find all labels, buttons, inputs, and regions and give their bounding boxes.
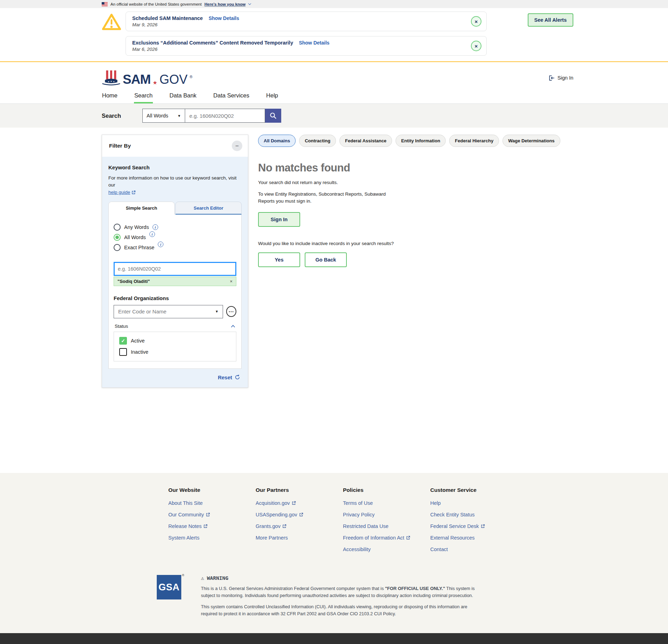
filter-collapse-button[interactable]: − bbox=[232, 141, 242, 151]
chevron-up-icon[interactable] bbox=[231, 325, 235, 328]
info-icon[interactable]: i bbox=[153, 224, 158, 230]
filter-panel: Filter By − Keyword Search For more info… bbox=[102, 135, 248, 388]
domain-pill-wage-determinations[interactable]: Wage Determinations bbox=[502, 135, 560, 147]
alert-close-button[interactable]: × bbox=[471, 16, 481, 27]
footer-link-our-community[interactable]: Our Community bbox=[168, 512, 256, 517]
footer-link-check-entity-status[interactable]: Check Entity Status bbox=[430, 512, 518, 517]
footer-link-label: Contact bbox=[430, 547, 448, 552]
federal-organizations-placeholder: Enter Code or Name bbox=[118, 309, 167, 314]
alert-date: Mar 6, 2026 bbox=[132, 47, 467, 52]
checkbox-unchecked-icon[interactable] bbox=[119, 348, 127, 356]
see-all-alerts-button[interactable]: See All Alerts bbox=[528, 13, 573, 27]
warning-heading-label: WARNING bbox=[207, 575, 228, 581]
domain-pill-federal-assistance[interactable]: Federal Assistance bbox=[339, 135, 392, 147]
footer-link-label: Release Notes bbox=[168, 523, 202, 529]
footer-link-terms-of-use[interactable]: Terms of Use bbox=[343, 500, 430, 506]
status-active-label: Active bbox=[131, 338, 145, 344]
go-back-button[interactable]: Go Back bbox=[305, 252, 347, 267]
warning-p1-text: This is a U.S. General Services Administ… bbox=[201, 586, 385, 591]
footer-link-label: USASpending.gov bbox=[256, 512, 297, 517]
minus-icon: − bbox=[235, 143, 239, 149]
nav-item-home[interactable]: Home bbox=[102, 89, 118, 103]
footer-link-federal-service-desk[interactable]: Federal Service Desk bbox=[430, 523, 518, 529]
alert-title: Scheduled SAM Maintenance bbox=[132, 15, 203, 21]
alert-close-button[interactable]: × bbox=[471, 41, 481, 51]
nav-item-help[interactable]: Help bbox=[266, 89, 278, 103]
warning-section: GSA ® ⚠ WARNING This is a U.S. General S… bbox=[0, 566, 668, 633]
warning-paragraph-1: This is a U.S. General Services Administ… bbox=[201, 585, 478, 599]
caret-down-icon: ▼ bbox=[215, 310, 218, 313]
federal-organizations-dropdown[interactable]: Enter Code or Name ▼ bbox=[114, 305, 223, 318]
status-option-active[interactable]: ✓ Active bbox=[119, 337, 231, 345]
warning-icon: ⚠ bbox=[201, 575, 204, 581]
footer-column-policies: Policies Terms of Use Privacy Policy Res… bbox=[343, 487, 430, 558]
header-sign-in-link[interactable]: Sign In bbox=[548, 75, 573, 81]
no-matches-title: No matches found bbox=[258, 162, 573, 174]
warning-triangle-icon bbox=[102, 13, 121, 31]
alert-show-details-link[interactable]: Show Details bbox=[299, 40, 329, 46]
radio-exact-phrase[interactable] bbox=[114, 244, 121, 251]
search-icon bbox=[269, 112, 277, 120]
footer-link-usaspending-gov[interactable]: USASpending.gov bbox=[256, 512, 343, 517]
footer-link-external-resources[interactable]: External Resources bbox=[430, 535, 518, 541]
sign-in-button[interactable]: Sign In bbox=[258, 212, 300, 227]
domain-pill-all-domains[interactable]: All Domains bbox=[258, 135, 296, 147]
footer-link-grants-gov[interactable]: Grants.gov bbox=[256, 523, 343, 529]
footer-link-privacy-policy[interactable]: Privacy Policy bbox=[343, 512, 430, 517]
footer-link-release-notes[interactable]: Release Notes bbox=[168, 523, 256, 529]
site-header: ★ ★ ★ SAM ★ GOV ® Sign In bbox=[0, 62, 668, 89]
domain-pill-contracting[interactable]: Contracting bbox=[299, 135, 336, 147]
search-submit-button[interactable] bbox=[265, 109, 281, 123]
search-type-dropdown[interactable]: All Words ▼ bbox=[142, 109, 185, 123]
nav-item-search[interactable]: Search bbox=[134, 89, 153, 103]
radio-any-words[interactable] bbox=[114, 224, 121, 231]
how-you-know-link[interactable]: Here’s how you know bbox=[204, 2, 245, 6]
federal-organizations-more-button[interactable]: ⋯ bbox=[226, 306, 236, 317]
alerts-section: Scheduled SAM Maintenance Show Details M… bbox=[0, 8, 668, 62]
domain-pill-federal-hierarchy[interactable]: Federal Hierarchy bbox=[449, 135, 499, 147]
footer-link-about-this-site[interactable]: About This Site bbox=[168, 500, 256, 506]
footer-link-system-alerts[interactable]: System Alerts bbox=[168, 535, 256, 541]
external-link-icon bbox=[299, 513, 303, 517]
info-icon[interactable]: i bbox=[158, 242, 163, 247]
keyword-search-input[interactable] bbox=[114, 262, 236, 276]
footer-link-contact[interactable]: Contact bbox=[430, 547, 518, 552]
reset-icon[interactable] bbox=[235, 374, 240, 380]
tab-search-editor[interactable]: Search Editor bbox=[175, 202, 242, 215]
gsa-logo-text: GSA bbox=[158, 582, 180, 593]
external-link-icon bbox=[282, 524, 286, 528]
footer-link-label: Restricted Data Use bbox=[343, 523, 389, 529]
simple-search-form: Any Words i All Words i Exact Phrase i "… bbox=[108, 215, 242, 369]
nav-item-data-bank[interactable]: Data Bank bbox=[169, 89, 197, 103]
sam-gov-logo[interactable]: ★ ★ ★ SAM ★ GOV ® bbox=[102, 70, 193, 86]
footer-link-more-partners[interactable]: More Partners bbox=[256, 535, 343, 541]
global-search-input[interactable] bbox=[185, 109, 265, 123]
footer-link-label: Federal Service Desk bbox=[430, 523, 479, 529]
status-option-inactive[interactable]: Inactive bbox=[119, 348, 231, 356]
alert-show-details-link[interactable]: Show Details bbox=[209, 15, 239, 21]
footer-link-accessibility[interactable]: Accessibility bbox=[343, 547, 430, 552]
keyword-chip: "Sodiq Oladiti" × bbox=[114, 277, 236, 286]
help-guide-link[interactable]: help guide bbox=[108, 189, 136, 196]
footer-link-acquisition-gov[interactable]: Acquisition.gov bbox=[256, 500, 343, 506]
tab-simple-search[interactable]: Simple Search bbox=[108, 202, 175, 215]
footer-site-name: SAM.gov bbox=[168, 643, 668, 644]
footer-link-foia[interactable]: Freedom of Information Act bbox=[343, 535, 430, 541]
yes-button[interactable]: Yes bbox=[258, 252, 300, 267]
chevron-down-icon bbox=[248, 2, 251, 5]
gsa-logo: GSA ® bbox=[157, 575, 181, 599]
reset-filters-link[interactable]: Reset bbox=[218, 374, 232, 380]
checkbox-checked-icon[interactable]: ✓ bbox=[119, 337, 127, 345]
logo-registered-mark: ® bbox=[190, 75, 193, 79]
domain-pill-entity-information[interactable]: Entity Information bbox=[396, 135, 446, 147]
nav-item-data-services[interactable]: Data Services bbox=[213, 89, 250, 103]
global-search-bar: Search All Words ▼ bbox=[0, 104, 668, 128]
chip-remove-icon[interactable]: × bbox=[230, 279, 232, 284]
footer-link-label: Grants.gov bbox=[256, 523, 281, 529]
gov-banner-text: An official website of the United States… bbox=[110, 2, 202, 6]
radio-all-words[interactable] bbox=[114, 234, 121, 241]
info-icon[interactable]: i bbox=[149, 231, 155, 237]
footer-link-restricted-data-use[interactable]: Restricted Data Use bbox=[343, 523, 430, 529]
footer-link-help[interactable]: Help bbox=[430, 500, 518, 506]
footer-link-label: Accessibility bbox=[343, 547, 371, 552]
